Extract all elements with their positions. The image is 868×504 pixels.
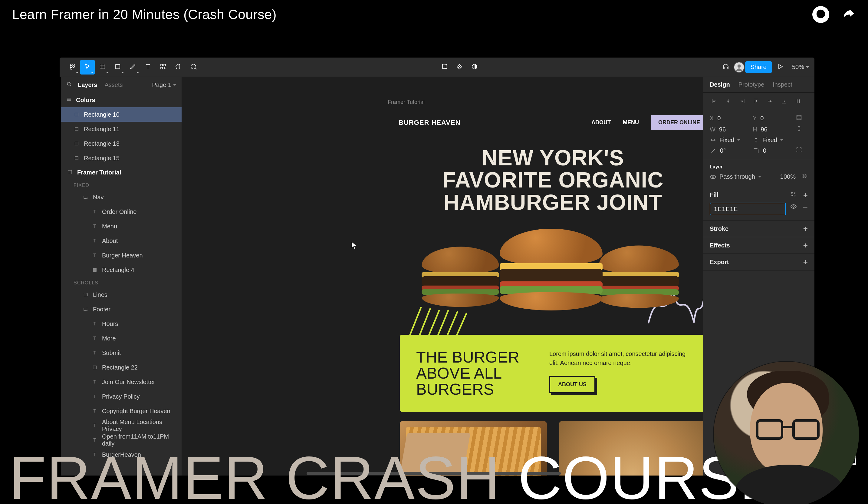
x-input[interactable]: X0 bbox=[710, 115, 748, 122]
figma-toolbar: Share 50% bbox=[60, 58, 814, 77]
layer-submit[interactable]: Submit bbox=[61, 345, 182, 360]
layer-opacity-input[interactable]: 100% bbox=[780, 173, 796, 180]
layer-copyright[interactable]: Copyright Burger Heaven bbox=[61, 404, 182, 418]
resources-tool[interactable] bbox=[156, 60, 170, 74]
layer-order-online[interactable]: Order Online bbox=[61, 204, 182, 219]
user-avatar[interactable] bbox=[734, 62, 745, 73]
layer-burger-heaven[interactable]: Burger Heaven bbox=[61, 248, 182, 263]
align-vcenter-button[interactable] bbox=[764, 96, 776, 106]
zoom-dropdown[interactable]: 50% bbox=[788, 64, 809, 71]
visibility-toggle[interactable] bbox=[801, 173, 808, 181]
svg-rect-20 bbox=[75, 142, 79, 145]
share-button-header[interactable]: Share bbox=[745, 61, 772, 73]
blend-mode-dropdown[interactable]: Pass through bbox=[710, 173, 761, 180]
play-icon bbox=[776, 63, 784, 71]
remove-fill-button[interactable]: − bbox=[802, 203, 808, 212]
tidy-up-button[interactable] bbox=[792, 96, 804, 106]
search-icon[interactable] bbox=[66, 81, 72, 89]
tab-prototype[interactable]: Prototype bbox=[738, 81, 764, 88]
align-right-button[interactable] bbox=[736, 96, 748, 106]
pen-icon bbox=[129, 63, 136, 71]
add-export-button[interactable]: + bbox=[803, 258, 808, 266]
layer-menu[interactable]: Menu bbox=[61, 219, 182, 233]
mask-tool[interactable] bbox=[467, 60, 482, 74]
h-input[interactable]: H96 bbox=[753, 126, 792, 133]
layer-about[interactable]: About bbox=[61, 233, 182, 248]
align-top-button[interactable] bbox=[750, 96, 762, 106]
section-colors[interactable]: Colors bbox=[61, 93, 182, 107]
frame-tool[interactable] bbox=[95, 60, 110, 74]
variant-tool[interactable] bbox=[452, 60, 467, 74]
brand-logo: BURGER HEAVEN bbox=[399, 119, 461, 127]
add-effect-button[interactable]: + bbox=[803, 241, 808, 249]
chevron-down-icon bbox=[76, 72, 79, 73]
layer-amlp[interactable]: About Menu Locations Privacy bbox=[61, 418, 182, 433]
layer-privacy[interactable]: Privacy Policy bbox=[61, 389, 182, 404]
tab-layers[interactable]: Layers bbox=[78, 81, 97, 89]
chevron-down-icon bbox=[106, 72, 108, 73]
tab-design[interactable]: Design bbox=[710, 81, 730, 88]
page-dropdown[interactable]: Page 1 bbox=[152, 81, 176, 89]
add-stroke-button[interactable]: + bbox=[803, 225, 808, 233]
layer-rectangle-10[interactable]: Rectangle 10 bbox=[61, 107, 182, 122]
layer-rectangle-22[interactable]: Rectangle 22 bbox=[61, 360, 182, 375]
shape-tool[interactable] bbox=[111, 60, 125, 74]
layer-label: Menu bbox=[102, 223, 117, 230]
present-button[interactable] bbox=[773, 60, 787, 74]
comment-tool[interactable] bbox=[186, 60, 201, 74]
chevron-down-icon bbox=[136, 72, 139, 73]
add-fill-button[interactable]: + bbox=[803, 191, 808, 199]
layer-label: Rectangle 22 bbox=[102, 364, 138, 371]
tab-assets[interactable]: Assets bbox=[105, 81, 123, 89]
y-input[interactable]: Y0 bbox=[753, 115, 792, 122]
layer-lines[interactable]: Lines bbox=[61, 288, 182, 302]
diamond-icon bbox=[456, 63, 463, 71]
artboard[interactable]: BURGER HEAVEN ABOUT MENU ORDER ONLINE NE… bbox=[388, 107, 703, 475]
constrain-proportions-button[interactable] bbox=[796, 125, 808, 133]
fill-hex-input[interactable] bbox=[713, 204, 786, 214]
layer-rectangle-11[interactable]: Rectangle 11 bbox=[61, 122, 182, 136]
canvas[interactable]: Framer Tutorial Colors BURGER HEAVEN ABO… bbox=[182, 77, 703, 475]
component-tool[interactable] bbox=[437, 60, 452, 74]
fill-visibility-toggle[interactable] bbox=[790, 203, 797, 211]
watch-later-button[interactable] bbox=[812, 6, 829, 23]
align-bottom-button[interactable] bbox=[777, 96, 790, 106]
fill-style-button[interactable] bbox=[790, 191, 797, 199]
layer-footer[interactable]: Footer bbox=[61, 302, 182, 316]
hand-tool[interactable] bbox=[171, 60, 186, 74]
frame-name-label[interactable]: Framer Tutorial bbox=[388, 99, 425, 105]
w-input[interactable]: W96 bbox=[710, 126, 748, 133]
effects-heading: Effects bbox=[710, 242, 730, 249]
radius-input[interactable]: 0 bbox=[753, 147, 792, 154]
svg-point-17 bbox=[67, 82, 70, 85]
rect-icon bbox=[74, 126, 80, 132]
audio-button[interactable] bbox=[719, 60, 733, 74]
svg-rect-6 bbox=[116, 64, 120, 69]
absolute-position-button[interactable] bbox=[796, 114, 808, 122]
tab-inspect[interactable]: Inspect bbox=[773, 81, 792, 88]
align-left-button[interactable] bbox=[708, 96, 721, 106]
layer-join[interactable]: Join Our Newsletter bbox=[61, 375, 182, 389]
layer-rectangle-15[interactable]: Rectangle 15 bbox=[61, 151, 182, 165]
share-button[interactable] bbox=[841, 7, 856, 22]
svg-rect-2 bbox=[73, 64, 74, 66]
page-label: Page 1 bbox=[152, 81, 171, 89]
layer-rectangle-4[interactable]: Rectangle 4 bbox=[61, 263, 182, 277]
figma-logo-icon bbox=[69, 63, 76, 71]
pen-tool[interactable] bbox=[126, 60, 140, 74]
fill-color-row[interactable]: 100% bbox=[710, 203, 786, 215]
text-tool[interactable] bbox=[141, 60, 155, 74]
layer-hours[interactable]: Hours bbox=[61, 316, 182, 331]
height-sizing-dropdown[interactable]: Fixed bbox=[753, 137, 792, 143]
individual-corners-button[interactable] bbox=[796, 147, 808, 155]
rotation-input[interactable]: 0° bbox=[710, 147, 748, 154]
width-sizing-dropdown[interactable]: Fixed bbox=[710, 137, 748, 143]
main-menu-button[interactable] bbox=[65, 60, 80, 74]
layer-more[interactable]: More bbox=[61, 331, 182, 345]
layer-rectangle-13[interactable]: Rectangle 13 bbox=[61, 136, 182, 151]
layer-nav[interactable]: Nav bbox=[61, 190, 182, 204]
align-hcenter-button[interactable] bbox=[722, 96, 735, 106]
move-tool[interactable] bbox=[80, 60, 95, 74]
rectangle-icon bbox=[114, 63, 121, 71]
section-framer-tutorial[interactable]: Framer Tutorial bbox=[61, 165, 182, 180]
